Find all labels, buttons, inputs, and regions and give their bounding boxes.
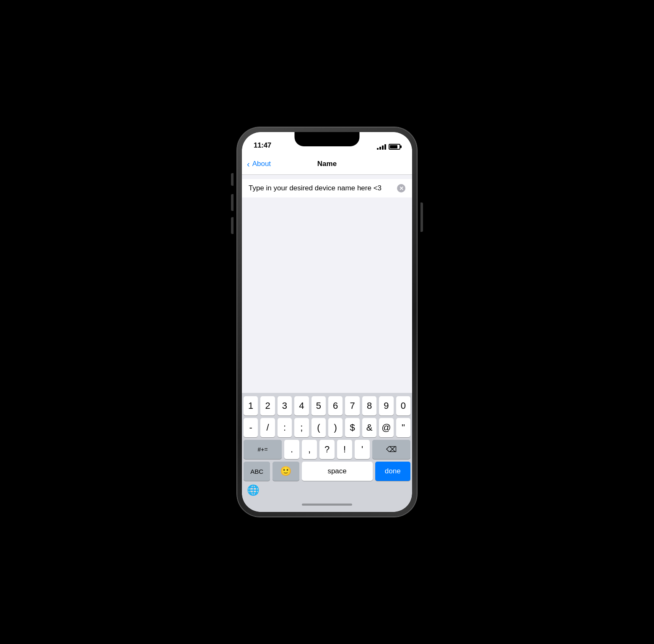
empty-space: [242, 197, 412, 393]
silent-button[interactable]: [231, 173, 234, 186]
clear-button[interactable]: ✕: [397, 184, 405, 192]
key-5[interactable]: 5: [311, 396, 326, 415]
home-bar: [302, 504, 352, 506]
page-title: Name: [317, 160, 337, 168]
key-colon[interactable]: :: [278, 418, 292, 437]
power-button[interactable]: [420, 203, 423, 232]
key-done[interactable]: done: [375, 462, 410, 481]
key-apostrophe[interactable]: ': [355, 440, 370, 459]
key-ampersand[interactable]: &: [362, 418, 376, 437]
key-open-paren[interactable]: (: [311, 418, 326, 437]
back-button[interactable]: ‹ About: [247, 160, 271, 168]
battery-fill: [390, 145, 397, 148]
volume-up-button[interactable]: [231, 194, 234, 211]
keyboard-row-3: #+= . , ? ! ' ⌫: [244, 440, 410, 459]
home-indicator: [244, 499, 410, 510]
globe-icon[interactable]: 🌐: [247, 484, 260, 496]
key-semicolon[interactable]: ;: [294, 418, 309, 437]
clear-icon: ✕: [399, 186, 404, 191]
key-period[interactable]: .: [284, 440, 299, 459]
keyboard[interactable]: 1 2 3 4 5 6 7 8 9 0 - / : ; (: [242, 393, 412, 512]
key-9[interactable]: 9: [379, 396, 393, 415]
key-dollar[interactable]: $: [345, 418, 359, 437]
key-1[interactable]: 1: [244, 396, 258, 415]
keyboard-row-4: ABC 🙂 space done: [244, 462, 410, 481]
separator: [242, 175, 412, 179]
key-quote[interactable]: ": [396, 418, 410, 437]
globe-row: 🌐: [244, 483, 410, 499]
key-at[interactable]: @: [379, 418, 393, 437]
notch: [295, 132, 360, 146]
key-dash[interactable]: -: [244, 418, 258, 437]
key-0[interactable]: 0: [396, 396, 410, 415]
key-close-paren[interactable]: ): [328, 418, 343, 437]
key-6[interactable]: 6: [328, 396, 343, 415]
status-time: 11:47: [254, 141, 271, 150]
keyboard-row-2: - / : ; ( ) $ & @ ": [244, 418, 410, 437]
battery-icon: [389, 144, 400, 150]
phone-screen: 11:47 ‹ About: [242, 132, 412, 512]
status-icons: [377, 144, 400, 150]
key-emoji[interactable]: 🙂: [272, 462, 299, 481]
key-3[interactable]: 3: [278, 396, 292, 415]
key-4[interactable]: 4: [294, 396, 309, 415]
key-abc[interactable]: ABC: [244, 462, 270, 481]
keyboard-row-1: 1 2 3 4 5 6 7 8 9 0: [244, 396, 410, 415]
ios-screen: 11:47 ‹ About: [242, 132, 412, 512]
key-7[interactable]: 7: [345, 396, 359, 415]
input-row: ✕: [242, 179, 412, 197]
key-space[interactable]: space: [302, 462, 373, 481]
key-8[interactable]: 8: [362, 396, 376, 415]
phone-frame: 11:47 ‹ About: [237, 127, 417, 517]
chevron-left-icon: ‹: [247, 160, 250, 168]
back-label[interactable]: About: [252, 160, 271, 168]
key-question[interactable]: ?: [319, 440, 335, 459]
content-area: ✕: [242, 175, 412, 393]
key-hashtag[interactable]: #+=: [244, 440, 282, 459]
signal-icon: [377, 144, 386, 150]
navigation-bar: ‹ About Name: [242, 153, 412, 175]
volume-down-button[interactable]: [231, 217, 234, 234]
key-comma[interactable]: ,: [302, 440, 317, 459]
device-name-input[interactable]: [249, 184, 394, 192]
key-slash[interactable]: /: [260, 418, 275, 437]
key-exclaim[interactable]: !: [337, 440, 352, 459]
key-2[interactable]: 2: [260, 396, 275, 415]
key-delete[interactable]: ⌫: [372, 440, 410, 459]
